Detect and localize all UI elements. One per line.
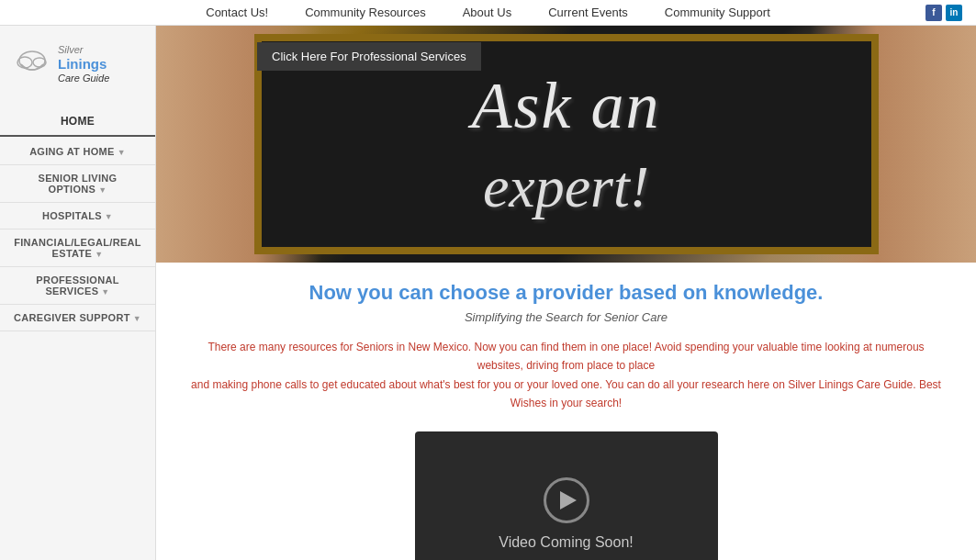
play-icon [560, 491, 577, 510]
video-label: Video Coming Soon! [499, 534, 633, 551]
sidebar-item-senior-living[interactable]: SENIOR LIVING OPTIONS▼ [0, 165, 155, 203]
logo-icon [14, 46, 50, 83]
body-text: There are many resources for Seniors in … [190, 338, 943, 413]
facebook-icon[interactable]: f [926, 5, 942, 21]
professional-services-button[interactable]: Click Here For Professional Services [257, 42, 481, 71]
linkedin-icon[interactable]: in [946, 5, 962, 21]
sub-heading: Simplifying the Search for Senior Care [184, 310, 948, 324]
arrow-icon: ▼ [95, 250, 103, 259]
video-player[interactable]: Video Coming Soon! [415, 431, 718, 560]
nav-events[interactable]: Current Events [548, 6, 628, 19]
arrow-icon: ▼ [133, 314, 141, 323]
sidebar-item-financial[interactable]: FINANCIAL/LEGAL/REAL ESTATE▼ [0, 230, 155, 267]
nav-support[interactable]: Community Support [665, 6, 770, 19]
nav-about[interactable]: About Us [463, 6, 511, 19]
logo[interactable]: Silver Linings Care Guide [0, 35, 155, 98]
logo-linings: Linings [58, 56, 109, 73]
sidebar-nav: HOME AGING AT HOME▼ SENIOR LIVING OPTION… [0, 107, 155, 331]
logo-text: Silver Linings Care Guide [58, 44, 109, 84]
top-navigation: Contact Us! Community Resources About Us… [0, 0, 976, 26]
arrow-icon: ▼ [118, 148, 126, 157]
arrow-icon: ▼ [98, 185, 107, 195]
main-content: Now you can choose a provider based on k… [156, 263, 976, 560]
chalk-line-2: expert! [483, 153, 649, 221]
svg-point-2 [33, 58, 46, 67]
content-area: Ask an expert! Click Here For Profession… [156, 26, 976, 560]
social-icons: f in [926, 5, 962, 21]
hero-section: Ask an expert! Click Here For Profession… [156, 26, 976, 263]
arrow-icon: ▼ [105, 212, 113, 221]
main-layout: Silver Linings Care Guide HOME AGING AT … [0, 26, 976, 560]
sidebar-item-hospitals[interactable]: HOSPITALS▼ [0, 203, 155, 230]
play-button[interactable] [544, 477, 589, 523]
nav-community-resources[interactable]: Community Resources [305, 6, 426, 19]
chalk-line-1: Ask an [472, 68, 661, 144]
arrow-icon: ▼ [101, 287, 109, 297]
nav-contact[interactable]: Contact Us! [206, 6, 268, 19]
sidebar-item-professional[interactable]: PROFESSIONAL SERVICES▼ [0, 267, 155, 305]
logo-care-guide: Care Guide [58, 73, 109, 84]
main-heading: Now you can choose a provider based on k… [184, 281, 948, 305]
sidebar-item-home[interactable]: HOME [0, 107, 155, 137]
nav-links: Contact Us! Community Resources About Us… [206, 6, 770, 19]
sidebar-item-aging[interactable]: AGING AT HOME▼ [0, 139, 155, 165]
logo-silver: Silver [58, 44, 109, 56]
sidebar-item-caregiver[interactable]: CAREGIVER SUPPORT▼ [0, 305, 155, 331]
sidebar: Silver Linings Care Guide HOME AGING AT … [0, 26, 156, 560]
